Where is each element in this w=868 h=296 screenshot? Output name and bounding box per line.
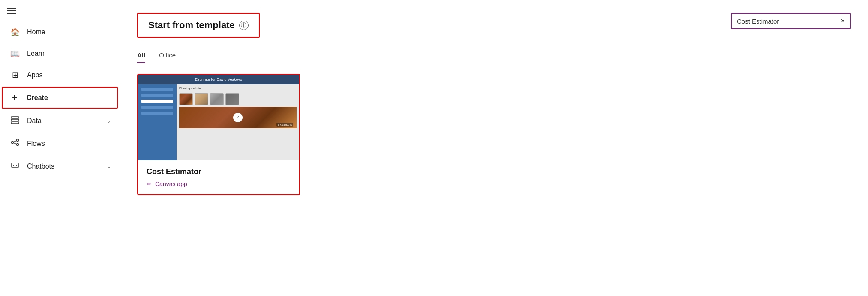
svg-point-10 [16,165,17,166]
svg-rect-1 [11,119,19,121]
card-name: Cost Estimator [147,167,291,176]
app-preview-header: Estimate for David Veskovo [138,75,299,84]
tab-office[interactable]: Office [159,48,176,63]
sidebar-item-flows[interactable]: Flows [0,132,120,155]
data-icon [10,115,20,126]
svg-rect-8 [12,163,18,168]
sidebar-label-chatbots: Chatbots [27,163,54,170]
chatbots-icon [10,161,20,172]
main-content: × Start from template ⓘ All Office Estim… [120,0,868,296]
app-preview: Estimate for David Veskovo Flooring mate… [138,75,299,160]
learn-icon: 📖 [10,49,20,58]
sidebar-item-apps[interactable]: ⊞ Apps [0,64,120,86]
sidebar-item-learn[interactable]: 📖 Learn [0,43,120,64]
svg-rect-0 [11,117,19,118]
pencil-icon: ✏ [147,181,152,187]
svg-line-7 [14,143,17,144]
sidebar-item-create[interactable]: + Create [2,87,118,109]
info-icon[interactable]: ⓘ [239,21,249,30]
app-preview-sidebar [138,84,177,160]
sidebar-label-create: Create [27,94,48,102]
svg-point-5 [17,144,19,146]
hamburger-button[interactable] [0,0,120,21]
svg-line-6 [14,141,17,142]
sidebar-preview-item-5 [141,112,173,115]
sidebar-label-home: Home [27,28,45,36]
template-card-cost-estimator[interactable]: Estimate for David Veskovo Flooring mate… [137,74,300,195]
flows-icon [10,138,20,149]
apps-icon: ⊞ [10,70,20,80]
template-header: Start from template ⓘ [137,13,260,38]
create-icon: + [9,93,20,103]
sidebar-preview-item-4 [141,106,173,109]
svg-point-3 [12,142,14,144]
tile-laminate [195,93,208,105]
sidebar-preview-item-1 [141,88,173,91]
card-preview: Estimate for David Veskovo Flooring mate… [138,75,299,160]
home-icon: 🏠 [10,27,20,37]
sidebar-label-apps: Apps [27,71,42,79]
card-type-label: Canvas app [155,181,187,187]
svg-point-9 [13,165,14,166]
svg-rect-2 [11,122,19,124]
data-chevron-icon: ⌄ [107,118,111,124]
search-box-container: × [731,13,851,29]
sidebar-preview-item-3 [141,100,173,103]
checkmark-icon: ✓ [233,113,243,122]
flooring-label: Flooring material [179,87,297,90]
search-box: × [731,13,851,29]
sidebar-preview-item-2 [141,94,173,97]
svg-point-12 [15,161,15,162]
app-preview-body: Flooring material ✓ $7.39/sq ft [138,84,299,160]
sidebar-label-learn: Learn [27,50,45,57]
card-type: ✏ Canvas app [147,181,291,187]
flooring-tiles [179,93,297,105]
sidebar: 🏠 Home 📖 Learn ⊞ Apps + Create Data ⌄ [0,0,120,296]
sidebar-item-data[interactable]: Data ⌄ [0,109,120,132]
tile-vinyl [210,93,224,105]
app-preview-content: Flooring material ✓ $7.39/sq ft [177,84,299,160]
tab-all[interactable]: All [137,48,145,63]
template-title: Start from template [148,20,235,31]
price-tag: $7.39/sq ft [276,123,293,127]
tile-hardwood [179,93,193,105]
card-body: Cost Estimator ✏ Canvas app [138,160,299,194]
sidebar-label-data: Data [27,117,42,125]
svg-point-4 [17,139,19,142]
app-preview-bottom: ✓ $7.39/sq ft [179,107,297,128]
chatbots-chevron-icon: ⌄ [107,163,111,169]
sidebar-label-flows: Flows [27,140,45,148]
tile-extra [225,93,239,105]
sidebar-item-chatbots[interactable]: Chatbots ⌄ [0,155,120,178]
search-close-button[interactable]: × [841,17,845,25]
sidebar-item-home[interactable]: 🏠 Home [0,21,120,43]
template-tabs: All Office [137,48,851,63]
search-input[interactable] [737,18,838,25]
